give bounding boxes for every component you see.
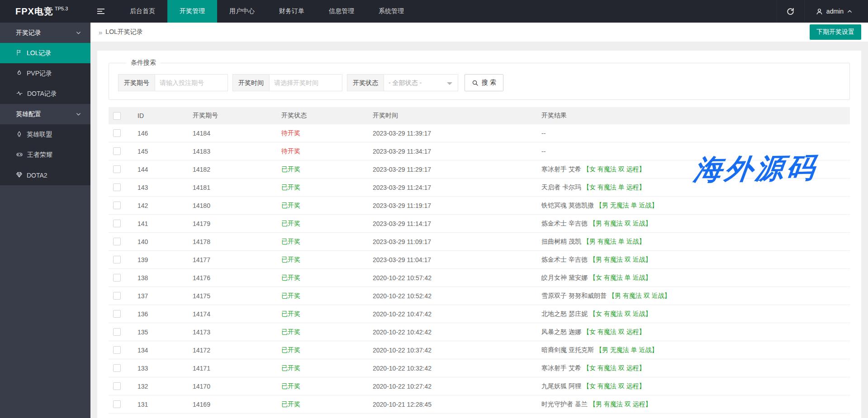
result-hero: 炼金术士 辛吉德 [541,220,588,227]
cell-issue: 14178 [193,238,281,245]
nav-item[interactable]: 用户中心 [217,0,267,23]
cell-id: 134 [138,347,193,354]
cell-status: 已开奖 [281,220,300,227]
cell-status: 待开奖 [281,129,300,136]
nav-item[interactable]: 后台首页 [118,0,167,23]
row-checkbox[interactable] [113,274,121,282]
cell-issue: 14176 [193,274,281,282]
row-checkbox[interactable] [113,346,121,354]
user-icon [816,8,823,15]
cell-status: 已开奖 [281,165,300,173]
sidebar-item-label: DOTA2 [27,172,47,179]
table-row: 135 14173 已开奖 2020-10-22 10:42:42 风暴之怒 迦… [109,323,850,341]
hamburger-icon [97,7,104,15]
cell-issue: 14174 [193,310,281,318]
refresh-icon [786,7,795,16]
search-input[interactable] [269,74,342,91]
table-row: 146 14184 待开奖 2023-03-29 11:39:17 -- [109,124,850,142]
row-checkbox[interactable] [113,364,121,372]
search-panel: 条件搜索 开奖期号 开奖时间 开奖状态 - 全部状态 - 搜 索 [109,59,850,100]
cell-issue: 14175 [193,292,281,300]
row-checkbox[interactable] [113,183,121,191]
result-tag: 【男 有魔法 单 近战】 [583,238,645,245]
sidebar-item[interactable]: PVP记录 [0,63,90,84]
table-row: 144 14182 已开奖 2023-03-29 11:29:17 寒冰射手 艾… [109,160,850,178]
main-content: » LOL开奖记录 下期开奖设置 条件搜索 开奖期号 开奖时间 开奖状态 - 全… [90,23,868,418]
sidebar-item-label: PVP记录 [27,70,52,78]
fire-icon [16,70,23,78]
row-checkbox[interactable] [113,328,121,336]
result-hero: 铁铠冥魂 莫德凯撒 [541,202,594,209]
search-input[interactable] [155,74,228,91]
pulse-icon [16,90,23,98]
row-checkbox[interactable] [113,400,121,408]
status-select[interactable]: - 全部状态 - [384,74,458,91]
row-checkbox[interactable] [113,165,121,173]
row-checkbox[interactable] [113,382,121,390]
result-hero: 时光守护者 基兰 [541,400,588,408]
sidebar-item[interactable]: DOTA2 [0,165,90,185]
row-checkbox[interactable] [113,129,121,137]
records-table: ID开奖期号开奖状态开奖时间开奖结果 146 14184 待开奖 2023-03… [109,107,850,418]
cell-result: 寒冰射手 艾希【女 有魔法 双 远程】 [541,165,850,174]
table-row: 139 14177 已开奖 2023-03-29 11:04:17 炼金术士 辛… [109,251,850,269]
nav-item[interactable]: 信息管理 [317,0,366,23]
cell-result: 时光守护者 基兰【男 有魔法 双 远程】 [541,400,850,409]
sidebar-item-label: 英雄联盟 [27,131,52,139]
cell-id: 145 [138,148,193,155]
cell-status: 已开奖 [281,328,300,335]
cell-time: 2020-10-22 10:37:42 [373,347,541,354]
row-checkbox[interactable] [113,238,121,245]
sidebar-item-label: DOTA记录 [27,90,57,98]
next-draw-settings-button[interactable]: 下期开奖设置 [810,24,861,40]
result-tag: 【女 有魔法 双 近战】 [589,310,652,317]
cell-status: 已开奖 [281,400,300,408]
sidebar-item[interactable]: 英雄联盟 [0,124,90,145]
table-row: 136 14174 已开奖 2020-10-22 10:47:42 北地之怒 瑟… [109,305,850,323]
refresh-button[interactable] [777,0,805,23]
cell-time: 2023-03-29 11:34:17 [373,148,541,155]
result-tag: 【女 有魔法 双 远程】 [583,382,645,390]
cell-status: 已开奖 [281,310,300,317]
nav-item[interactable]: 系统管理 [366,0,416,23]
result-hero: -- [541,148,545,155]
search-field-label: 开奖时间 [232,74,269,91]
nav-item[interactable]: 开奖管理 [167,0,217,23]
row-checkbox[interactable] [113,310,121,318]
search-button[interactable]: 搜 索 [465,74,503,91]
collapse-menu-icon[interactable] [90,0,111,23]
table-row: 134 14172 已开奖 2020-10-22 10:37:42 暗裔剑魔 亚… [109,341,850,359]
user-menu[interactable]: admin [805,0,868,23]
row-checkbox[interactable] [113,256,121,263]
sidebar-group-title[interactable]: 开奖记录 [0,23,90,43]
cell-time: 2023-03-29 11:14:17 [373,220,541,227]
sidebar-group-title[interactable]: 英雄配置 [0,104,90,124]
nav-item-label: 开奖管理 [180,7,205,15]
row-checkbox[interactable] [113,292,121,300]
result-tag: 【男 有魔法 双 近战】 [589,220,652,227]
sidebar-item-label: 王者荣耀 [27,151,52,159]
search-form: 开奖期号 开奖时间 开奖状态 - 全部状态 - 搜 索 [118,74,840,91]
row-checkbox[interactable] [113,220,121,227]
cell-result: 寒冰射手 艾希【女 有魔法 双 远程】 [541,364,850,372]
nav-item[interactable]: 财务订单 [267,0,317,23]
cell-time: 2023-03-29 11:29:17 [373,166,541,173]
table-row: 137 14175 已开奖 2020-10-22 10:52:42 雪原双子 努… [109,287,850,305]
cell-issue: 14169 [193,401,281,408]
cell-result: -- [541,130,850,137]
select-all-checkbox[interactable] [113,112,121,120]
row-checkbox[interactable] [113,147,121,155]
cell-issue: 14182 [193,166,281,173]
sidebar-item[interactable]: LOL记录 [0,43,90,63]
result-tag: 【男 有魔法 双 近战】 [589,256,652,263]
result-hero: 寒冰射手 艾希 [541,165,581,173]
sidebar-item[interactable]: 王者荣耀 [0,145,90,165]
chevron-down-icon [76,111,81,117]
cell-time: 2020-10-21 12:28:45 [373,401,541,408]
result-tag: 【男 无魔法 单 近战】 [596,346,658,353]
row-checkbox[interactable] [113,202,121,209]
result-tag: 【女 有魔法 双 远程】 [583,165,645,173]
sidebar-item[interactable]: DOTA记录 [0,84,90,104]
table-header-cell: 开奖状态 [281,112,373,120]
cell-result: 北地之怒 瑟庄妮【女 有魔法 双 近战】 [541,310,850,318]
